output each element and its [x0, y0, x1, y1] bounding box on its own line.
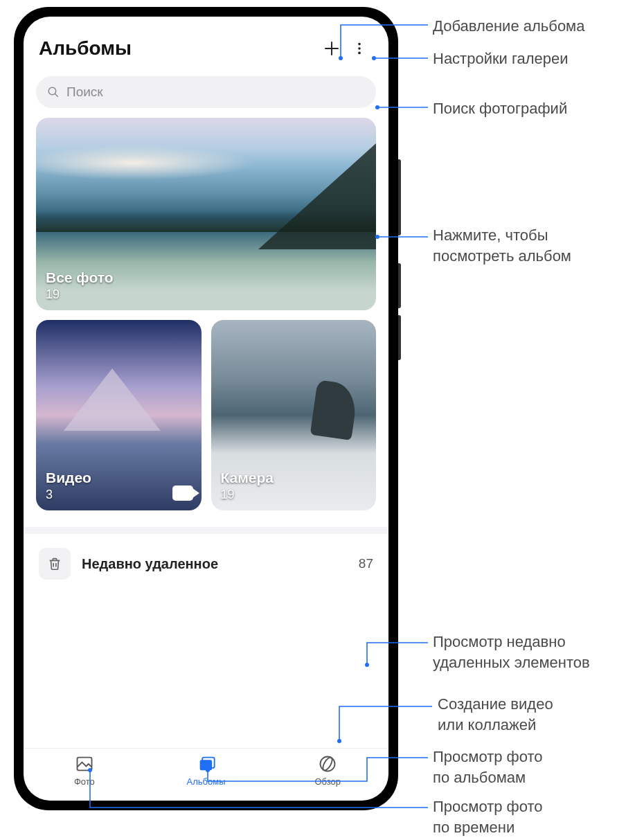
more-vertical-icon [352, 41, 367, 56]
album-name: Камера [221, 470, 274, 486]
header: Альбомы [24, 17, 388, 69]
search-icon [47, 86, 60, 98]
thumbnail-decoration [36, 211, 376, 232]
album-count: 19 [46, 287, 114, 302]
callout-recently-deleted: Просмотр недавноудаленных элементов [433, 632, 590, 672]
nav-label: Обзор [314, 776, 341, 787]
svg-point-3 [358, 47, 361, 50]
bottom-nav: Фото Альбомы Обзор [24, 748, 388, 801]
recently-deleted-row[interactable]: Недавно удаленное 87 [36, 534, 376, 594]
nav-label: Фото [74, 776, 95, 787]
thumbnail-decoration [310, 380, 359, 440]
album-label: Камера 19 [221, 470, 274, 502]
search-input[interactable]: Поиск [36, 76, 376, 108]
plus-icon [323, 39, 341, 57]
callout-by-albums: Просмотр фотопо альбомам [433, 747, 543, 787]
phone-frame: Альбомы Поиск Все фото 19 [14, 7, 398, 810]
callout-search-photos: Поиск фотографий [433, 98, 567, 119]
svg-point-4 [358, 52, 361, 55]
album-count: 19 [221, 488, 274, 502]
thumbnail-decoration [36, 145, 255, 180]
svg-point-2 [358, 43, 361, 46]
more-menu-button[interactable] [346, 35, 373, 62]
side-button [398, 315, 401, 360]
page-title: Альбомы [39, 37, 318, 60]
callout-create-video: Создание видеоили коллажей [438, 694, 553, 735]
section-divider [24, 527, 388, 534]
albums-icon [197, 754, 216, 774]
nav-browse[interactable]: Обзор [267, 754, 388, 787]
album-all-photos[interactable]: Все фото 19 [36, 118, 376, 310]
album-label: Все фото 19 [46, 269, 114, 302]
album-name: Видео [46, 470, 91, 486]
album-label: Видео 3 [46, 470, 91, 502]
browse-icon [318, 754, 337, 774]
content-area: Все фото 19 Видео 3 Камера [24, 118, 388, 748]
svg-point-5 [48, 87, 56, 95]
side-button [398, 159, 401, 235]
thumbnail-decoration [64, 368, 161, 431]
side-button [398, 263, 401, 308]
screen: Альбомы Поиск Все фото 19 [24, 17, 388, 801]
nav-photos[interactable]: Фото [24, 754, 145, 787]
nav-label: Альбомы [187, 776, 226, 787]
trash-icon-container [39, 548, 71, 580]
recently-deleted-label: Недавно удаленное [82, 556, 359, 572]
add-album-button[interactable] [318, 35, 346, 62]
video-icon [172, 485, 193, 501]
svg-line-6 [55, 93, 58, 97]
search-placeholder: Поиск [66, 84, 103, 100]
album-camera[interactable]: Камера 19 [211, 320, 377, 510]
album-count: 3 [46, 488, 91, 502]
callout-gallery-settings: Настройки галереи [433, 48, 569, 69]
callout-add-album: Добавление альбома [433, 16, 584, 37]
callout-tap-album: Нажмите, чтобыпосмотреть альбом [433, 225, 571, 266]
trash-icon [47, 556, 62, 571]
recently-deleted-count: 87 [359, 556, 373, 571]
album-videos[interactable]: Видео 3 [36, 320, 202, 510]
callout-by-time: Просмотр фотопо времени [433, 796, 543, 837]
photos-icon [75, 754, 94, 774]
nav-albums[interactable]: Альбомы [145, 754, 267, 787]
album-name: Все фото [46, 269, 114, 286]
